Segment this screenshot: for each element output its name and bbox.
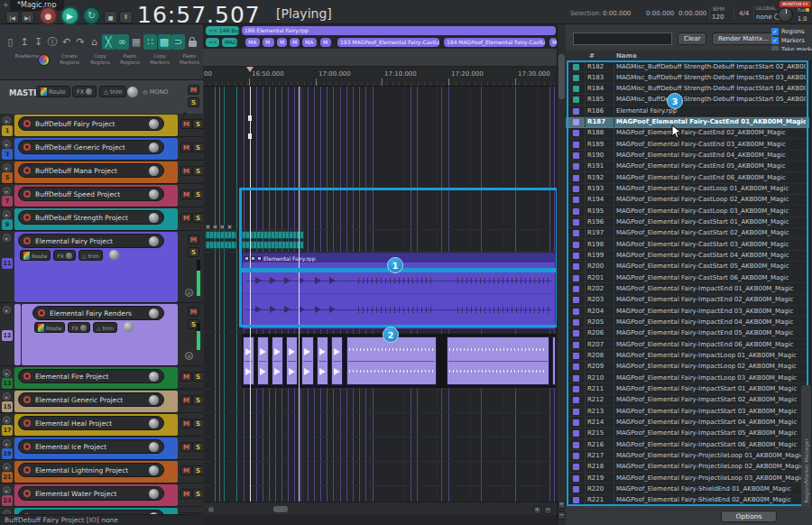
region-name[interactable]: MAGPoof_Elemental Fairy-CastStart 05_AKB… bbox=[616, 262, 806, 270]
track-expand-icon[interactable]: ▸ bbox=[3, 210, 11, 218]
region-name[interactable]: MAGPoof_Elemental Fairy-CastLoop 01_AKB0… bbox=[616, 185, 806, 192]
region-name[interactable]: MAGPoof_Elemental Fairy-ImpactStart 04_A… bbox=[616, 419, 806, 426]
region-name[interactable]: MAGPoof_Elemental Fairy-ImpactLoop 02_AK… bbox=[616, 363, 806, 370]
pan-knob[interactable] bbox=[149, 236, 159, 246]
region-name[interactable]: MAGPoof_Elemental Fairy-CastStart 01_AKB… bbox=[616, 218, 806, 226]
track-spell-project[interactable]: ▸25Spell ProjectMS bbox=[0, 507, 203, 514]
zoom-out-button[interactable]: − bbox=[544, 506, 552, 514]
mute-button[interactable]: M bbox=[180, 166, 192, 176]
region-color-swatch[interactable] bbox=[573, 286, 579, 292]
item-notes-icon[interactable] bbox=[257, 256, 262, 261]
track-name-bar[interactable]: BuffDebuff Fairy Project bbox=[18, 116, 164, 131]
bpm-value[interactable]: 120 bbox=[712, 14, 724, 21]
region-color-swatch[interactable] bbox=[573, 353, 579, 359]
region-color-swatch[interactable] bbox=[573, 319, 579, 326]
track-expand-icon[interactable]: ▸ bbox=[3, 369, 11, 377]
region-name[interactable]: MAGPoof_Elemental Fairy-ImpactEnd 03_AKB… bbox=[616, 308, 806, 315]
record-arm-icon[interactable] bbox=[23, 143, 31, 151]
region-name[interactable]: MAGPoof_Elemental Fairy-ImpactEnd 02_AKB… bbox=[616, 296, 806, 303]
docker-tab[interactable]: Region/Marker Manager bbox=[801, 385, 811, 507]
record-arm-icon[interactable] bbox=[23, 419, 31, 427]
mute-button[interactable]: M bbox=[180, 119, 192, 129]
region-color-swatch[interactable] bbox=[573, 142, 579, 148]
record-arm-icon[interactable] bbox=[23, 190, 31, 198]
region-pill[interactable]: MAG bbox=[549, 38, 557, 47]
region-name[interactable]: Elemental Fairy.rpp bbox=[616, 107, 806, 115]
region-pill[interactable]: MA bbox=[245, 38, 260, 47]
pan-knob[interactable] bbox=[149, 143, 159, 152]
region-color-swatch[interactable] bbox=[573, 253, 579, 259]
playrate-knob[interactable] bbox=[778, 7, 793, 23]
region-color-swatch[interactable] bbox=[573, 297, 579, 303]
region-color-swatch[interactable] bbox=[573, 486, 579, 493]
solo-button[interactable]: S bbox=[192, 489, 203, 499]
color-wheel-icon[interactable] bbox=[38, 54, 50, 66]
region-row-R200[interactable]: R200MAGPoof_Elemental Fairy-CastStart 05… bbox=[566, 262, 809, 272]
region-row-R212[interactable]: R212MAGPoof_Elemental Fairy-ImpactStart … bbox=[566, 395, 809, 406]
fx-bypass-icon[interactable]: ⊘ bbox=[185, 352, 193, 360]
region-color-swatch[interactable] bbox=[573, 108, 579, 115]
razor-split-icon[interactable]: ╳ bbox=[102, 34, 115, 50]
region-pill[interactable]: M bbox=[263, 38, 274, 47]
pan-knob[interactable] bbox=[149, 166, 159, 176]
master-mono-button[interactable]: ◎ MONO bbox=[143, 88, 168, 96]
region-pill[interactable]: << bbox=[206, 38, 219, 47]
pan-knob[interactable] bbox=[149, 372, 159, 382]
time-signature[interactable]: 4/4 bbox=[739, 10, 749, 17]
region-row-R184[interactable]: R184MAGMisc_BuffDebuff Strength-Debuff I… bbox=[566, 84, 809, 95]
region-name[interactable]: MAGPoof_Elemental Fairy-CastLoop 03_AKB0… bbox=[616, 207, 806, 215]
track-expand-icon[interactable]: ▸ bbox=[3, 392, 11, 401]
region-color-swatch[interactable] bbox=[573, 130, 579, 136]
edit-cursor-marker[interactable] bbox=[246, 67, 254, 72]
lock-icon[interactable] bbox=[186, 34, 199, 50]
region-row-R189[interactable]: R189MAGPoof_Elemental Fairy-CastEnd 03_A… bbox=[566, 139, 809, 150]
region-name[interactable]: MAGPoof_Elemental Fairy-ShieldEnd 01_AKB… bbox=[616, 485, 806, 493]
region-name[interactable]: MAGPoof_Elemental Fairy-ProjectileLoop 0… bbox=[616, 463, 806, 470]
track-name-bar[interactable]: Elemental Fairy Renders bbox=[32, 306, 164, 320]
region-name[interactable]: MAGPoof_Elemental Fairy-ProjectileLoop 0… bbox=[616, 452, 806, 459]
region-row-R199[interactable]: R199MAGPoof_Elemental Fairy-CastStart 04… bbox=[566, 251, 809, 262]
solo-button[interactable]: S bbox=[192, 189, 203, 199]
region-color-swatch[interactable] bbox=[573, 219, 579, 226]
mute-button[interactable]: M bbox=[180, 419, 192, 428]
track-name-bar[interactable]: Elemental Fairy Project bbox=[18, 234, 164, 248]
pan-knob[interactable] bbox=[124, 322, 134, 332]
render-matrix-button[interactable]: Render Matrix... bbox=[712, 32, 775, 45]
record-arm-icon[interactable] bbox=[23, 443, 31, 450]
dot-grid-icon[interactable]: ▩ bbox=[158, 34, 171, 50]
marker-lane[interactable] bbox=[203, 49, 557, 67]
region-row-R192[interactable]: R192MAGPoof_Elemental Fairy-CastEnd 06_A… bbox=[566, 172, 809, 183]
track-elemental-fairy-project[interactable]: ▸11Elemental Fairy ProjectMSRouteFX△ tri… bbox=[0, 231, 203, 303]
region-row-R220[interactable]: R220MAGPoof_Elemental Fairy-ShieldEnd 01… bbox=[566, 484, 809, 494]
link-icon[interactable]: ∞ bbox=[115, 34, 129, 50]
region-row-R183[interactable]: R183MAGMisc_BuffDebuff Strength-Debuff I… bbox=[566, 72, 809, 83]
region-name[interactable]: MAGPoof_Elemental Fairy-ImpactEnd 04_AKB… bbox=[616, 318, 806, 326]
track-expand-icon[interactable]: ▸ bbox=[3, 306, 11, 314]
track-buffdebuff-mana-project[interactable]: ▸5BuffDebuff Mana ProjectMS bbox=[0, 161, 203, 184]
route-button[interactable]: Route bbox=[20, 250, 51, 261]
region-row-R197[interactable]: R197MAGPoof_Elemental Fairy-CastStart 02… bbox=[566, 228, 809, 239]
fx-button[interactable]: FX bbox=[68, 322, 90, 333]
pause-button[interactable]: Ⅱ bbox=[119, 11, 133, 23]
region-color-swatch[interactable] bbox=[573, 175, 579, 181]
rendered-audio-item[interactable] bbox=[286, 336, 298, 385]
region-row-R216[interactable]: R216MAGPoof_Elemental Fairy-ImpactStart … bbox=[566, 439, 809, 450]
region-color-swatch[interactable] bbox=[573, 430, 579, 437]
region-color-swatch[interactable] bbox=[573, 163, 579, 170]
region-name[interactable]: MAGPoof_Elemental Fairy-ImpactStart 02_A… bbox=[616, 396, 806, 403]
info-icon[interactable]: ⓘ bbox=[46, 34, 60, 50]
master-route-button[interactable]: Route bbox=[36, 86, 70, 97]
track-buffdebuff-speed-project[interactable]: ▸7BuffDebuff Speed ProjectMS bbox=[0, 184, 203, 207]
fx-button[interactable]: FX bbox=[53, 250, 76, 261]
cursor-handle[interactable] bbox=[248, 115, 252, 121]
region-pill[interactable]: << 149 Buf bbox=[206, 26, 239, 35]
grid-icon[interactable]: ▦ bbox=[130, 34, 143, 50]
new-tab-button[interactable]: + bbox=[3, 1, 9, 9]
region-color-swatch[interactable] bbox=[573, 409, 579, 415]
region-row-R203[interactable]: R203MAGPoof_Elemental Fairy-ImpactEnd 02… bbox=[566, 295, 809, 306]
region-row-R205[interactable]: R205MAGPoof_Elemental Fairy-ImpactEnd 04… bbox=[566, 317, 809, 327]
region-color-swatch[interactable] bbox=[573, 386, 579, 392]
region-row-R195[interactable]: R195MAGPoof_Elemental Fairy-CastLoop 03_… bbox=[566, 206, 809, 216]
track-expand-icon[interactable]: ▸ bbox=[3, 116, 11, 124]
checkbox-markers[interactable]: ✓Markers bbox=[771, 36, 805, 44]
